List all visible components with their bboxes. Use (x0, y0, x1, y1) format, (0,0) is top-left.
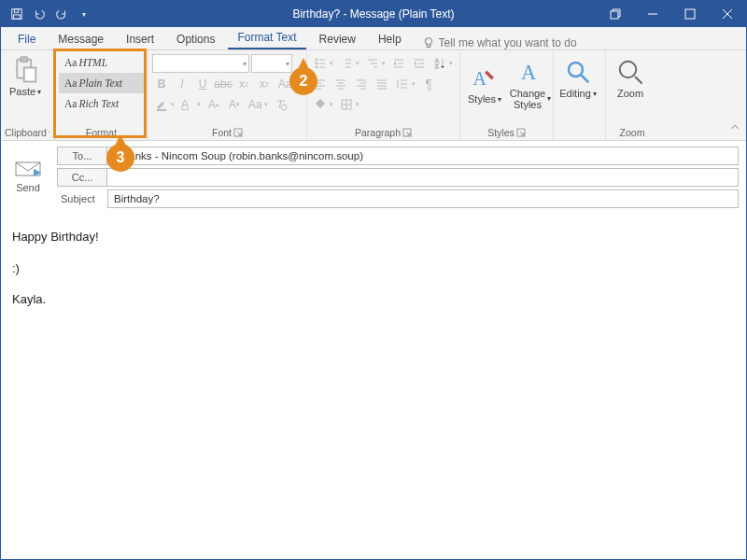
borders-button[interactable] (337, 95, 361, 114)
subscript-button[interactable]: x2 (234, 75, 253, 93)
multilevel-button[interactable] (363, 54, 388, 73)
undo-icon[interactable] (29, 4, 49, 24)
dialog-launcher-icon[interactable] (402, 128, 412, 137)
group-paragraph: AZ ¶ Paragraph (307, 50, 460, 140)
ribbon: Paste▾ Clipboard AaHTML AaPlain Text AaR… (1, 50, 746, 141)
maximize-icon[interactable] (671, 1, 709, 27)
tab-help[interactable]: Help (369, 29, 411, 49)
minimize-icon[interactable] (634, 1, 671, 27)
svg-point-20 (316, 66, 317, 68)
format-plain-text[interactable]: AaPlain Text (59, 73, 144, 93)
svg-point-18 (316, 63, 317, 64)
chevron-down-icon: ▾ (37, 88, 41, 96)
clear-formatting-button[interactable] (272, 95, 290, 114)
dialog-launcher-icon[interactable] (516, 128, 526, 137)
underline-button[interactable]: U (193, 75, 212, 93)
group-format: AaHTML AaPlain Text AaRich Text Format (55, 50, 148, 140)
svg-rect-3 (611, 11, 618, 19)
align-right-button[interactable] (352, 75, 371, 93)
find-icon (564, 58, 592, 86)
message-body[interactable]: Happy Birthday! :) Kayla. (1, 215, 746, 335)
redo-icon[interactable] (51, 4, 72, 24)
send-button[interactable]: Send (7, 147, 49, 208)
sort-button[interactable]: AZ (430, 54, 455, 73)
qat-dropdown-icon[interactable]: ▾ (74, 4, 94, 24)
bold-button[interactable]: B (152, 75, 171, 93)
svg-point-14 (281, 105, 287, 110)
zoom-group-label: Zoom (620, 127, 645, 138)
increase-indent-button[interactable] (410, 54, 429, 73)
lightbulb-icon (422, 36, 435, 49)
font-name-combo[interactable]: ▾ (152, 54, 249, 73)
close-icon[interactable] (709, 1, 746, 27)
svg-text:Z: Z (435, 63, 439, 69)
font-color-button[interactable]: A (178, 95, 203, 114)
svg-point-66 (620, 62, 637, 78)
svg-line-67 (635, 77, 642, 84)
tab-options[interactable]: Options (167, 29, 224, 49)
format-rich-text[interactable]: AaRich Text (59, 93, 144, 114)
change-styles-button[interactable]: A Change Styles▾ (507, 54, 554, 110)
show-marks-button[interactable]: ¶ (419, 75, 438, 93)
svg-rect-5 (685, 9, 695, 19)
quick-access-toolbar: ▾ (1, 4, 94, 24)
format-html[interactable]: AaHTML (59, 52, 144, 73)
tab-message[interactable]: Message (49, 29, 113, 49)
svg-rect-2 (14, 15, 21, 19)
paste-icon (11, 56, 39, 84)
font-size-combo[interactable]: ▾ (251, 54, 292, 73)
svg-point-8 (425, 38, 431, 45)
decrease-indent-button[interactable] (389, 54, 408, 73)
grow-font-button[interactable]: A▴ (204, 95, 223, 114)
group-clipboard: Paste▾ Clipboard (1, 50, 55, 140)
italic-button[interactable]: I (173, 75, 191, 93)
styles-button[interactable]: A Styles▾ (464, 54, 505, 110)
tutorial-callout-3: 3 (106, 144, 134, 172)
change-styles-icon: A (516, 58, 544, 86)
tab-insert[interactable]: Insert (117, 29, 163, 49)
subject-field[interactable]: Birthday? (107, 189, 739, 208)
svg-text:A: A (521, 61, 537, 84)
ribbon-tabs: File Message Insert Options Format Text … (1, 27, 746, 50)
zoom-label: Zoom (617, 88, 643, 99)
justify-button[interactable] (373, 75, 391, 93)
body-line: Kayla. (12, 290, 735, 309)
align-center-button[interactable] (331, 75, 350, 93)
collapse-ribbon-icon[interactable] (729, 122, 740, 136)
tab-review[interactable]: Review (310, 29, 365, 49)
to-button[interactable]: To... (57, 147, 107, 165)
dialog-launcher-icon[interactable] (233, 128, 243, 137)
text-effects-button[interactable]: Aa (246, 95, 270, 114)
line-spacing-button[interactable] (393, 75, 417, 93)
font-group-label: Font (212, 127, 232, 138)
save-icon[interactable] (7, 4, 27, 24)
to-field[interactable]: n Banks - Nincom Soup (robin.banks@ninco… (107, 147, 739, 165)
highlight-color-button[interactable] (152, 95, 176, 114)
titlebar: ▾ Birthday? - Message (Plain Text) (1, 1, 746, 27)
paste-button[interactable]: Paste▾ (5, 52, 46, 97)
svg-point-64 (569, 63, 583, 77)
shading-button[interactable] (311, 95, 335, 114)
group-font: ▾ ▾ B I U abc x2 x2 Aa A A▴ A▾ Aa Font (148, 50, 307, 140)
superscript-button[interactable]: x2 (255, 75, 274, 93)
cc-button[interactable]: Cc... (57, 168, 107, 187)
tell-me-search[interactable]: Tell me what you want to do (422, 36, 577, 49)
paragraph-group-label: Paragraph (355, 127, 401, 138)
svg-point-16 (316, 59, 317, 61)
format-group-label: Format (86, 127, 117, 138)
tab-format-text[interactable]: Format Text (228, 27, 305, 49)
bullets-button[interactable] (311, 54, 335, 73)
zoom-button[interactable]: Zoom (610, 54, 651, 99)
dialog-launcher-icon[interactable] (49, 128, 50, 137)
numbering-button[interactable] (337, 54, 361, 73)
cc-field[interactable] (107, 168, 739, 187)
restore-up-icon[interactable] (597, 1, 634, 27)
body-line: Happy Birthday! (12, 228, 735, 246)
change-styles-label: Change Styles (510, 88, 546, 110)
tab-file[interactable]: File (8, 29, 45, 49)
editing-button[interactable]: Editing▾ (557, 54, 599, 99)
strikethrough-button[interactable]: abc (214, 75, 233, 93)
svg-rect-13 (157, 109, 166, 111)
shrink-font-button[interactable]: A▾ (225, 95, 244, 114)
tutorial-callout-2: 2 (289, 67, 317, 95)
